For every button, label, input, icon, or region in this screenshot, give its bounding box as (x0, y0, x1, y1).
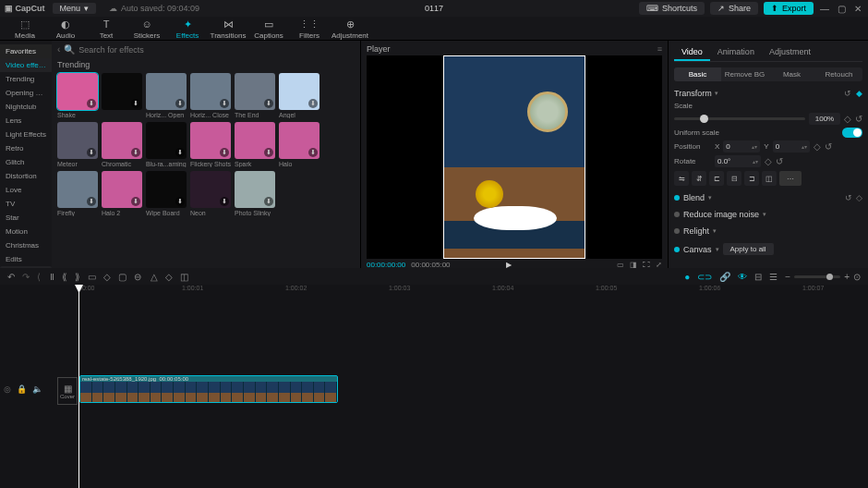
effect-card[interactable]: ⬇The End (235, 73, 275, 118)
tab-adjustment[interactable]: ⊕Adjustment (331, 19, 369, 40)
crop-tool-button[interactable]: ◫ (180, 272, 188, 282)
flip-h-button[interactable]: ⇋ (674, 171, 689, 186)
delete-button[interactable]: ▢ (118, 272, 127, 282)
position-reset-icon[interactable]: ↺ (825, 141, 832, 152)
uniform-scale-toggle[interactable] (842, 128, 862, 138)
subtab-mask[interactable]: Mask (768, 67, 815, 81)
scale-slider[interactable] (674, 117, 805, 120)
effect-card[interactable]: ⬇Neon (190, 171, 231, 216)
track-toggle-icon[interactable]: ⊟ (754, 272, 762, 282)
mirror-button[interactable]: △ (151, 272, 158, 282)
magnet-icon[interactable]: ⊂⊃ (697, 272, 712, 282)
minimize-button[interactable]: — (819, 4, 830, 14)
menu-button[interactable]: Menu ▾ (53, 3, 97, 14)
sidebar-item-5[interactable]: Light Effects (0, 128, 52, 141)
tab-stickers[interactable]: ☺Stickers (127, 19, 166, 40)
tab-text[interactable]: TText (87, 19, 126, 40)
close-button[interactable]: ✕ (852, 4, 863, 14)
sidebar-favorites[interactable]: Favorites (0, 44, 52, 58)
delete-right-button[interactable]: ⟫ (75, 272, 80, 282)
sidebar-item-8[interactable]: Distortion (0, 169, 52, 183)
effect-card[interactable]: ⬇Halo (279, 122, 319, 167)
blend-section[interactable]: Blend▾ ↺ ◇ (674, 193, 862, 202)
sidebar-item-3[interactable]: Nightclub (0, 100, 52, 114)
apply-to-all-button[interactable]: Apply to all (723, 243, 774, 255)
range-button[interactable]: ▭ (88, 272, 96, 282)
rotate-input[interactable]: 0.0°▴▾ (715, 155, 761, 167)
sidebar-item-9[interactable]: Love (0, 183, 52, 197)
zoom-fit-button[interactable]: ⊙ (853, 272, 861, 282)
tab-transitions[interactable]: ⋈Transitions (209, 19, 247, 40)
effect-card[interactable]: ⬇Meteor (57, 122, 98, 167)
tab-effects[interactable]: ✦Effects (168, 19, 207, 40)
tab-media[interactable]: ⬚Media (6, 19, 44, 40)
effect-card[interactable]: ⬇Blu-ra...aming (146, 122, 187, 167)
keyframe-icon[interactable]: ◆ (856, 89, 862, 98)
inspector-tab-adjustment[interactable]: Adjustment (762, 44, 818, 61)
zoom-slider[interactable] (794, 275, 840, 278)
align-left-button[interactable]: ⊏ (709, 171, 724, 186)
effect-card[interactable]: ⬇Horiz... Close (190, 73, 231, 118)
share-button[interactable]: ↗ Share (710, 2, 758, 15)
effect-card[interactable]: ⬇Firefly (57, 171, 98, 216)
tab-captions[interactable]: ▭Captions (249, 19, 288, 40)
subtab-basic[interactable]: Basic (674, 67, 721, 81)
effect-card[interactable]: ⬇Wipe Board (146, 171, 187, 216)
sidebar-item-1[interactable]: Trending (0, 72, 52, 86)
subtab-retouch[interactable]: Retouch (815, 67, 862, 81)
relight-section[interactable]: Relight▾ (674, 226, 862, 236)
subtab-remove-bg[interactable]: Remove BG (721, 67, 768, 81)
sidebar-item-13[interactable]: Christmas (0, 238, 52, 252)
cut-left-button[interactable]: ⟨ (37, 272, 41, 282)
reverse-button[interactable]: ⊖ (134, 272, 141, 282)
delete-left-button[interactable]: ⟪ (62, 272, 67, 282)
canvas-section[interactable]: Canvas▾ Apply to all (674, 243, 862, 255)
effect-card[interactable]: ⬇Horiz... Open (146, 73, 187, 118)
track-lock-button[interactable]: 🔒 (17, 384, 27, 394)
effect-card[interactable]: ⬇Halo 2 (102, 171, 142, 216)
mic-icon[interactable]: ● (684, 272, 690, 282)
reset-icon[interactable]: ↺ (844, 89, 851, 98)
export-button[interactable]: ⬆ Export (764, 2, 814, 15)
align-center-button[interactable]: ⊟ (727, 171, 741, 186)
inspector-tab-animation[interactable]: Animation (710, 44, 762, 61)
back-icon[interactable]: ‹ (57, 44, 60, 55)
blend-reset-icon[interactable]: ↺ (845, 193, 852, 202)
sidebar-item-7[interactable]: Glitch (0, 155, 52, 169)
inspector-tab-video[interactable]: Video (674, 44, 710, 61)
reduce-noise-section[interactable]: Reduce image noise▾ (674, 210, 862, 219)
shortcuts-button[interactable]: ⌨ Shortcuts (639, 2, 705, 15)
rotate-reset-icon[interactable]: ↺ (776, 156, 783, 166)
timeline-settings-icon[interactable]: ☰ (769, 272, 778, 282)
mask-tool-button[interactable]: ◇ (103, 272, 111, 282)
rotate-keyframe-icon[interactable]: ◇ (765, 156, 772, 166)
rotate-tool-button[interactable]: ◇ (165, 272, 173, 282)
cover-button[interactable]: ▦ Cover (57, 377, 78, 405)
zoom-out-button[interactable]: − (785, 272, 790, 282)
sidebar-item-4[interactable]: Lens (0, 114, 52, 128)
sidebar-item-6[interactable]: Retro (0, 141, 52, 155)
sidebar-item-12[interactable]: Motion (0, 225, 52, 238)
split-button[interactable]: Ⅱ (50, 272, 54, 282)
preview-image[interactable] (443, 55, 585, 259)
align-right-button[interactable]: ⊐ (744, 171, 759, 186)
player-menu-icon[interactable]: ≡ (657, 44, 662, 54)
crop-button[interactable]: ◫ (762, 171, 777, 186)
track-toggle-button[interactable]: ◎ (4, 384, 11, 394)
redo-button[interactable]: ↷ (22, 272, 30, 282)
timeline-clip[interactable]: real-estate-5265388_1920.jpg 00:00:05:00 (79, 375, 338, 403)
search-input[interactable] (78, 45, 355, 55)
zoom-in-button[interactable]: + (844, 272, 850, 282)
position-x-input[interactable]: 0▴▾ (723, 140, 760, 152)
more-align-button[interactable]: ⋯ (779, 171, 802, 186)
maximize-button[interactable]: ▢ (836, 4, 847, 14)
sidebar-item-11[interactable]: Star (0, 211, 52, 225)
transform-header[interactable]: Transform (674, 89, 712, 98)
position-y-input[interactable]: 0▴▾ (773, 140, 810, 152)
tab-audio[interactable]: ◐Audio (46, 19, 85, 40)
tab-filters[interactable]: ⋮⋮Filters (290, 19, 329, 40)
track-mute-button[interactable]: 🔈 (32, 384, 42, 394)
scale-reset-icon[interactable]: ↺ (855, 114, 862, 124)
blend-keyframe-icon[interactable]: ◇ (856, 193, 862, 202)
effect-card[interactable]: ⬇Shake (57, 73, 98, 118)
